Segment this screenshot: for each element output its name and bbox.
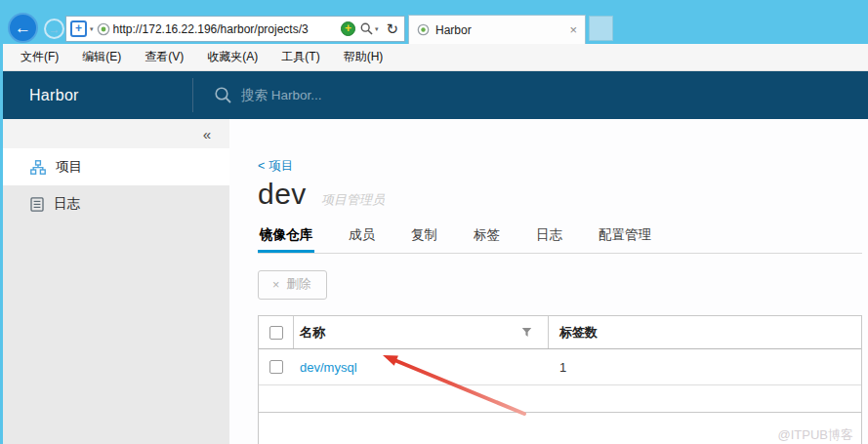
back-arrow-icon: ← bbox=[15, 19, 31, 38]
tab-repositories[interactable]: 镜像仓库 bbox=[258, 221, 314, 253]
role-badge: 项目管理员 bbox=[321, 191, 385, 209]
breadcrumb-label[interactable]: 项目 bbox=[269, 159, 293, 173]
delete-button-label: 删除 bbox=[286, 276, 310, 293]
main-content: <项目 dev 项目管理员 镜像仓库 成员 复制 标签 日志 配置管理 × 删除 bbox=[229, 119, 868, 444]
sidebar-collapse-bar[interactable]: « bbox=[0, 119, 229, 148]
browser-forward-button[interactable]: → bbox=[44, 19, 64, 39]
suggested-sites-icon[interactable]: + bbox=[341, 21, 355, 36]
watermark: @ITPUB博客 bbox=[778, 426, 853, 444]
menu-favorites[interactable]: 收藏夹(A) bbox=[195, 49, 269, 65]
search-icon bbox=[360, 22, 373, 35]
compatibility-zone-icon[interactable]: + bbox=[70, 20, 87, 37]
tab-close-icon[interactable]: × bbox=[569, 23, 577, 36]
repositories-table: 名称 标签数 dev/mysql bbox=[258, 315, 862, 444]
menu-tools[interactable]: 工具(T) bbox=[269, 49, 331, 65]
tab-members[interactable]: 成员 bbox=[347, 221, 377, 253]
menu-help[interactable]: 帮助(H) bbox=[332, 49, 395, 65]
window-left-border bbox=[0, 0, 3, 444]
app-header: Harbor bbox=[0, 71, 868, 119]
header-divider bbox=[192, 78, 193, 112]
row-checkbox[interactable] bbox=[269, 360, 283, 374]
column-header-tags[interactable]: 标签数 bbox=[559, 325, 598, 340]
filter-funnel-icon[interactable] bbox=[521, 327, 532, 338]
log-icon bbox=[30, 197, 44, 212]
collapse-chevrons-icon[interactable]: « bbox=[203, 126, 211, 142]
menu-edit[interactable]: 编辑(E) bbox=[70, 49, 133, 65]
organization-icon bbox=[30, 160, 46, 175]
tab-title: Harbor bbox=[435, 23, 563, 37]
sidebar-item-label: 项目 bbox=[56, 158, 82, 176]
column-header-name[interactable]: 名称 bbox=[300, 324, 325, 342]
tab-labels[interactable]: 标签 bbox=[472, 221, 502, 253]
new-tab-button[interactable] bbox=[589, 16, 613, 41]
address-search-control[interactable]: ▾ bbox=[358, 22, 381, 35]
sidebar-item-label: 日志 bbox=[54, 195, 80, 213]
harbor-browser-window: ← → + ▾ + ▾ ↻ bbox=[0, 0, 868, 444]
refresh-icon[interactable]: ↻ bbox=[383, 21, 401, 36]
table-empty-area bbox=[259, 385, 861, 413]
menu-view[interactable]: 查看(V) bbox=[133, 49, 195, 65]
site-favicon bbox=[97, 22, 110, 36]
tab-replication[interactable]: 复制 bbox=[409, 221, 439, 253]
repo-link-dev-mysql[interactable]: dev/mysql bbox=[300, 360, 357, 375]
menu-file[interactable]: 文件(F) bbox=[9, 49, 70, 65]
table-header-row: 名称 标签数 bbox=[259, 316, 861, 349]
search-caret-icon: ▾ bbox=[375, 25, 379, 33]
table-footer: @ITPUB博客 bbox=[259, 413, 861, 444]
global-search[interactable] bbox=[214, 71, 456, 119]
browser-chrome: ← → + ▾ + ▾ ↻ bbox=[0, 0, 868, 44]
select-all-checkbox[interactable] bbox=[269, 326, 283, 340]
zone-caret-icon[interactable]: ▾ bbox=[90, 25, 94, 33]
browser-menu-bar: 文件(F) 编辑(E) 查看(V) 收藏夹(A) 工具(T) 帮助(H) bbox=[0, 44, 868, 71]
url-input[interactable] bbox=[113, 22, 338, 36]
table-row: dev/mysql 1 bbox=[259, 349, 861, 385]
tab-logs[interactable]: 日志 bbox=[534, 221, 564, 253]
sidebar-item-projects[interactable]: 项目 bbox=[0, 148, 229, 185]
search-icon bbox=[214, 86, 232, 104]
tab-configuration[interactable]: 配置管理 bbox=[597, 221, 653, 253]
breadcrumb[interactable]: <项目 bbox=[258, 158, 862, 175]
address-bar[interactable]: + ▾ + ▾ ↻ bbox=[65, 16, 405, 42]
page-title: dev bbox=[258, 178, 307, 211]
delete-button[interactable]: × 删除 bbox=[258, 270, 327, 300]
browser-tab-harbor[interactable]: Harbor × bbox=[408, 15, 586, 44]
breadcrumb-back-icon: < bbox=[258, 159, 265, 173]
project-tabs: 镜像仓库 成员 复制 标签 日志 配置管理 bbox=[258, 221, 862, 254]
sidebar: « 项目 日志 bbox=[0, 119, 229, 444]
forward-arrow-icon: → bbox=[49, 22, 61, 36]
delete-x-icon: × bbox=[272, 278, 279, 292]
search-input[interactable] bbox=[241, 88, 456, 102]
tab-favicon bbox=[417, 23, 430, 36]
browser-back-button[interactable]: ← bbox=[8, 13, 38, 43]
tag-count-value: 1 bbox=[559, 360, 566, 375]
sidebar-item-logs[interactable]: 日志 bbox=[0, 185, 229, 222]
repo-toolbar: × 删除 bbox=[258, 270, 862, 300]
harbor-logo: Harbor bbox=[29, 71, 79, 119]
